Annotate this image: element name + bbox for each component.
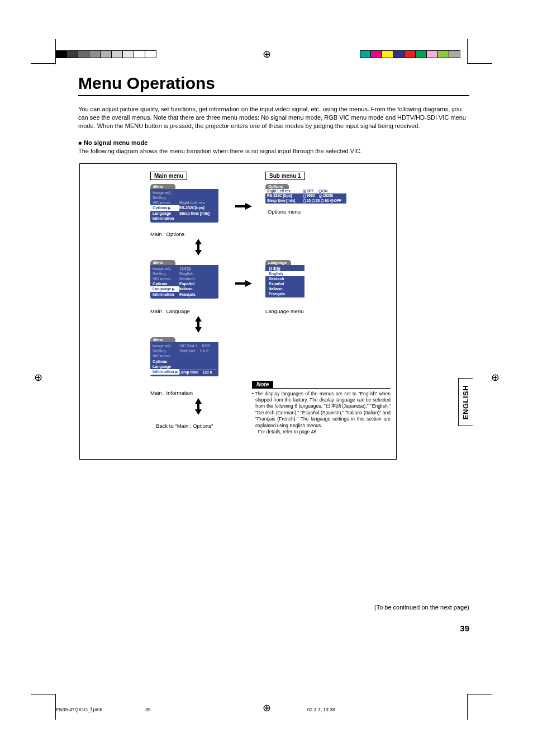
page-title: Menu Operations bbox=[78, 73, 469, 96]
arrow-updown-icon bbox=[195, 399, 202, 414]
caption-main-options: Main : Options bbox=[150, 231, 184, 237]
crop-mark bbox=[467, 694, 468, 720]
registration-mark-icon: ⊕ bbox=[489, 372, 501, 384]
main-options-panel: Menu Image adj. Setting VIC menuRight Le… bbox=[150, 184, 218, 223]
arrow-right-icon bbox=[235, 280, 252, 287]
arrow-right-icon bbox=[235, 203, 252, 210]
crop-mark bbox=[31, 694, 56, 694]
crop-mark bbox=[467, 39, 468, 64]
print-footer: EN39-47QX1G_f.pm6 39 02.3.7, 13:38 bbox=[56, 707, 467, 712]
caption-main-information: Main : Information bbox=[150, 390, 193, 396]
registration-mark-icon: ⊕ bbox=[32, 372, 44, 384]
page-number: 39 bbox=[460, 623, 469, 633]
options-submenu-panel: Options Right Left rev.OFF ON RS-232C [b… bbox=[265, 184, 346, 204]
caption-back: Back to "Main : Options" bbox=[156, 423, 213, 429]
registration-mark-icon: ⊕ bbox=[261, 49, 272, 60]
caption-options-menu: Options menu bbox=[268, 209, 301, 215]
menu-diagram: Main menu Sub menu 1 Menu Image adj. Set… bbox=[79, 163, 397, 460]
menu-tab: Menu bbox=[150, 184, 175, 189]
section-heading: ■No signal menu mode bbox=[78, 139, 469, 146]
menu-tab: Menu bbox=[150, 337, 175, 342]
main-information-panel: Menu Image adj.VIC Slot 1 RGB SettingSwi… bbox=[150, 337, 218, 377]
colorbar-left bbox=[56, 50, 156, 58]
colorbar-right bbox=[360, 50, 460, 58]
crop-mark bbox=[467, 694, 492, 694]
arrow-updown-icon bbox=[195, 316, 202, 332]
menu-tab: Menu bbox=[150, 260, 175, 265]
options-tab: Options bbox=[265, 184, 289, 189]
note-text: •The display languages of the menus are … bbox=[252, 391, 391, 436]
section-description: The following diagram shows the menu tra… bbox=[78, 148, 469, 154]
language-submenu-panel: Language 日本語 English Deutsch Español Ita… bbox=[265, 260, 304, 298]
caption-main-language: Main : Language bbox=[150, 308, 190, 314]
column-label-main: Main menu bbox=[150, 172, 187, 180]
main-language-panel: Menu Image adj.日本語 SettingEnglish VIC me… bbox=[150, 260, 218, 299]
arrow-updown-icon bbox=[195, 239, 202, 255]
intro-paragraph: You can adjust picture quality, set func… bbox=[78, 105, 469, 130]
column-label-sub1: Sub menu 1 bbox=[265, 172, 305, 180]
crop-mark bbox=[467, 63, 492, 64]
crop-mark bbox=[55, 39, 56, 64]
note-label: Note bbox=[252, 381, 273, 388]
language-tab: Language bbox=[265, 260, 291, 265]
note-box: Note •The display languages of the menus… bbox=[252, 381, 391, 436]
crop-mark bbox=[31, 63, 56, 64]
caption-language-menu: Language menu bbox=[265, 308, 304, 314]
continued-text: (To be continued on the next page) bbox=[374, 604, 469, 611]
